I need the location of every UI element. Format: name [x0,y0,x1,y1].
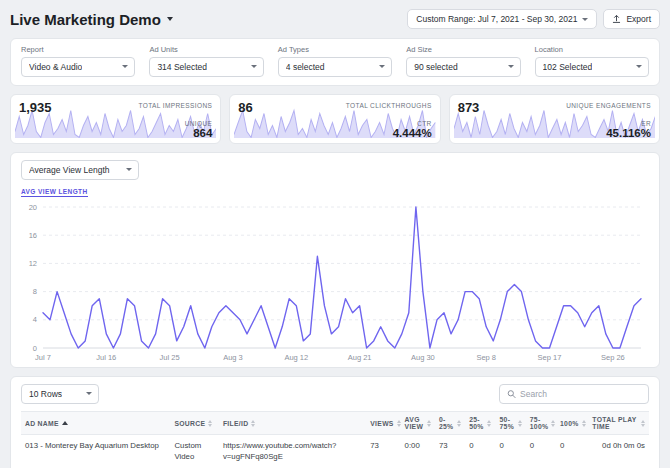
sort-icon [208,420,212,427]
table-card: 10 Rows AD NAME SOURCE FILE/ID VIEWS AVG… [10,376,660,468]
chevron-down-icon [251,65,257,68]
column-header-75-100[interactable]: 75- 100% [526,412,556,435]
cell-50-75: 0 [495,435,525,468]
filter-report: Report Video & Audio [21,45,135,77]
column-header-total-play-time[interactable]: TOTAL PLAY TIME [588,412,649,435]
table-header-row: AD NAME SOURCE FILE/ID VIEWS AVG VIEW 0-… [21,412,649,435]
filter-ad-units: Ad Units 314 Selected [149,45,263,77]
cell-file-id: https://www.youtube.com/watch?v=ugFNFq80… [219,435,366,468]
stat-secondary-label: CTR [393,120,432,127]
stat-primary-label: TOTAL IMPRESSIONS [138,102,212,109]
legend-avg-view-length[interactable]: AVG VIEW LENGTH [21,188,88,197]
header-actions: Custom Range: Jul 7, 2021 - Sep 30, 2021… [407,9,660,29]
filter-ad-types: Ad Types 4 selected [278,45,392,77]
sort-icon [551,420,555,427]
svg-text:Aug 3: Aug 3 [223,353,243,362]
chevron-down-icon [379,65,385,68]
svg-text:8: 8 [33,287,37,296]
cell-avg-view: 0:00 [401,435,435,468]
stat-secondary-label: UNIQUE [185,120,213,127]
avg-view-length-chart: 048121620Jul 7Jul 16Jul 25Aug 3Aug 12Aug… [21,199,649,364]
export-icon [612,14,621,24]
stat-card-engagements: 873 UNIQUE ENGAGEMENTS ER 45.116% [449,94,660,144]
cell-total-play-time: 0d 0h 0m 0s [588,435,649,468]
svg-text:Sep 8: Sep 8 [476,353,496,362]
filter-label: Ad Units [149,45,263,54]
column-header-50-75[interactable]: 50- 75% [495,412,525,435]
dashboard: Live Marketing Demo Custom Range: Jul 7,… [0,0,670,468]
stat-primary-label: TOTAL CLICKTHROUGHS [346,102,432,109]
svg-text:Aug 30: Aug 30 [411,353,435,362]
filter-label: Report [21,45,135,54]
column-header-0-25[interactable]: 0- 25% [435,412,465,435]
dashboard-title-menu[interactable]: Live Marketing Demo [10,11,173,28]
date-range-button[interactable]: Custom Range: Jul 7, 2021 - Sep 30, 2021 [407,9,597,29]
column-header-source[interactable]: SOURCE [170,412,218,435]
sort-icon [457,420,461,427]
sort-icon [251,420,255,427]
search-input[interactable] [520,389,641,399]
stat-card-clickthroughs: 86 TOTAL CLICKTHROUGHS CTR 4.444% [229,94,440,144]
column-header-25-50[interactable]: 25- 50% [465,412,495,435]
search-icon [507,389,516,399]
stat-secondary-value: 4.444% [393,127,432,139]
ad-types-select[interactable]: 4 selected [278,57,392,77]
table-controls: 10 Rows [21,384,649,404]
svg-text:Jul 16: Jul 16 [96,353,116,362]
location-select[interactable]: 102 Selected [535,57,649,77]
sort-icon [487,420,491,427]
chevron-down-icon [636,65,642,68]
chart-card: Average View Length AVG VIEW LENGTH 0481… [10,152,660,368]
svg-text:Jul 25: Jul 25 [160,353,180,362]
column-header-ad-name[interactable]: AD NAME [21,412,170,435]
sort-icon [518,420,522,427]
cell-views: 73 [366,435,400,468]
column-header-file-id[interactable]: FILE/ID [219,412,366,435]
filter-label: Ad Size [406,45,520,54]
date-range-label: Custom Range: Jul 7, 2021 - Sep 30, 2021 [416,14,577,24]
svg-text:Aug 12: Aug 12 [284,353,308,362]
filter-label: Ad Types [278,45,392,54]
svg-text:12: 12 [29,259,37,268]
stat-card-impressions: 1,935 TOTAL IMPRESSIONS UNIQUE 864 [10,94,221,144]
stat-primary-value: 873 [458,100,480,115]
filter-bar: Report Video & Audio Ad Units 314 Select… [10,38,660,86]
stats-row: 1,935 TOTAL IMPRESSIONS UNIQUE 864 86 TO… [10,94,660,144]
page-title: Live Marketing Demo [10,11,161,28]
metric-select[interactable]: Average View Length [21,160,139,180]
filter-label: Location [535,45,649,54]
svg-text:Jul 7: Jul 7 [35,353,51,362]
ad-units-select[interactable]: 314 Selected [149,57,263,77]
svg-text:Sep 17: Sep 17 [538,353,562,362]
export-label: Export [626,14,651,24]
header: Live Marketing Demo Custom Range: Jul 7,… [10,9,660,29]
column-header-views[interactable]: VIEWS [366,412,400,435]
chevron-down-icon [508,65,514,68]
column-header-100[interactable]: 100% [556,412,588,435]
stat-primary-value: 86 [238,100,252,115]
svg-text:4: 4 [33,315,37,324]
chevron-down-icon [122,65,128,68]
sort-icon [397,420,401,427]
cell-0-25: 73 [435,435,465,468]
cell-ad-name: 013 - Monterey Bay Aquarium Desktop [21,435,170,468]
report-select[interactable]: Video & Audio [21,57,135,77]
stat-primary-value: 1,935 [19,100,52,115]
table-row[interactable]: 013 - Monterey Bay Aquarium Desktop Cust… [21,435,649,468]
ad-size-select[interactable]: 90 selected [406,57,520,77]
svg-text:Sep 26: Sep 26 [601,353,625,362]
sort-icon [641,420,645,427]
filter-ad-size: Ad Size 90 selected [406,45,520,77]
cell-25-50: 0 [465,435,495,468]
chevron-down-icon [86,392,92,395]
search-box[interactable] [499,384,649,404]
rows-per-page-select[interactable]: 10 Rows [21,384,99,404]
cell-source: Custom Video [170,435,218,468]
stat-secondary-label: ER [606,120,651,127]
column-header-avg-view[interactable]: AVG VIEW [401,412,435,435]
svg-text:Aug 21: Aug 21 [348,353,372,362]
ads-table: AD NAME SOURCE FILE/ID VIEWS AVG VIEW 0-… [21,411,649,468]
sort-icon [582,420,586,427]
filter-location: Location 102 Selected [535,45,649,77]
export-button[interactable]: Export [603,9,660,29]
